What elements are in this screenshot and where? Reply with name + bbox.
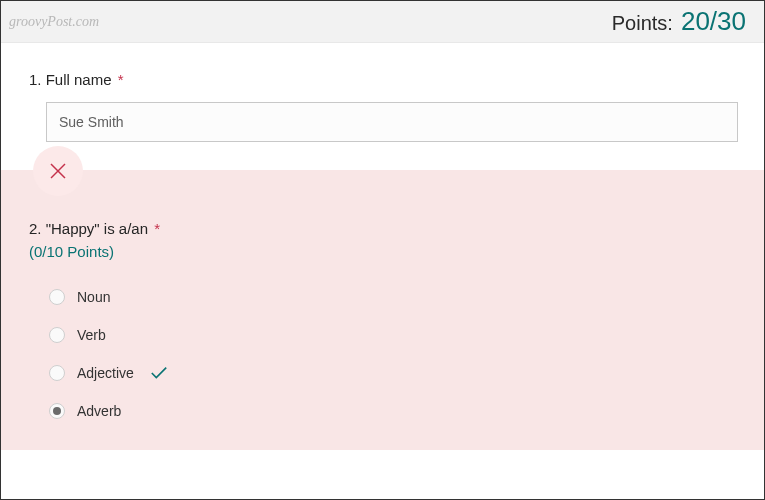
question-2-text: "Happy" is a/an xyxy=(46,220,148,237)
option-noun: Noun xyxy=(49,278,736,316)
question-2-title-wrap: 2. "Happy" is a/an * (0/10 Points) xyxy=(29,218,736,260)
option-adjective: Adjective xyxy=(49,354,736,392)
radio-adjective[interactable] xyxy=(49,365,65,381)
close-icon xyxy=(48,161,68,181)
header-bar: groovyPost.com Points: 20/30 xyxy=(1,1,764,43)
points-display: Points: 20/30 xyxy=(612,6,746,37)
question-2-title: 2. "Happy" is a/an * xyxy=(29,218,736,241)
question-1-text: Full name xyxy=(46,71,112,88)
full-name-input[interactable] xyxy=(46,102,738,142)
question-2-score: (0/10 Points) xyxy=(29,243,736,260)
question-2-block: 2. "Happy" is a/an * (0/10 Points) Noun … xyxy=(1,170,764,450)
radio-verb[interactable] xyxy=(49,327,65,343)
option-label: Noun xyxy=(77,289,110,305)
radio-adverb[interactable] xyxy=(49,403,65,419)
check-icon xyxy=(150,366,168,380)
watermark-text: groovyPost.com xyxy=(9,14,99,30)
required-indicator: * xyxy=(154,220,160,237)
question-1: 1. Full name * xyxy=(29,71,736,142)
points-label: Points: xyxy=(612,12,673,35)
radio-noun[interactable] xyxy=(49,289,65,305)
question-2-number: 2. xyxy=(29,220,42,237)
option-label: Verb xyxy=(77,327,106,343)
question-2-options: Noun Verb Adjective Adverb xyxy=(49,278,736,430)
incorrect-badge xyxy=(33,146,83,196)
question-1-number: 1. xyxy=(29,71,42,88)
option-label: Adjective xyxy=(77,365,134,381)
question-1-title: 1. Full name * xyxy=(29,71,736,88)
option-label: Adverb xyxy=(77,403,121,419)
required-indicator: * xyxy=(118,71,124,88)
option-adverb: Adverb xyxy=(49,392,736,430)
points-value: 20/30 xyxy=(681,6,746,37)
content-area: 1. Full name * xyxy=(1,43,764,142)
option-verb: Verb xyxy=(49,316,736,354)
